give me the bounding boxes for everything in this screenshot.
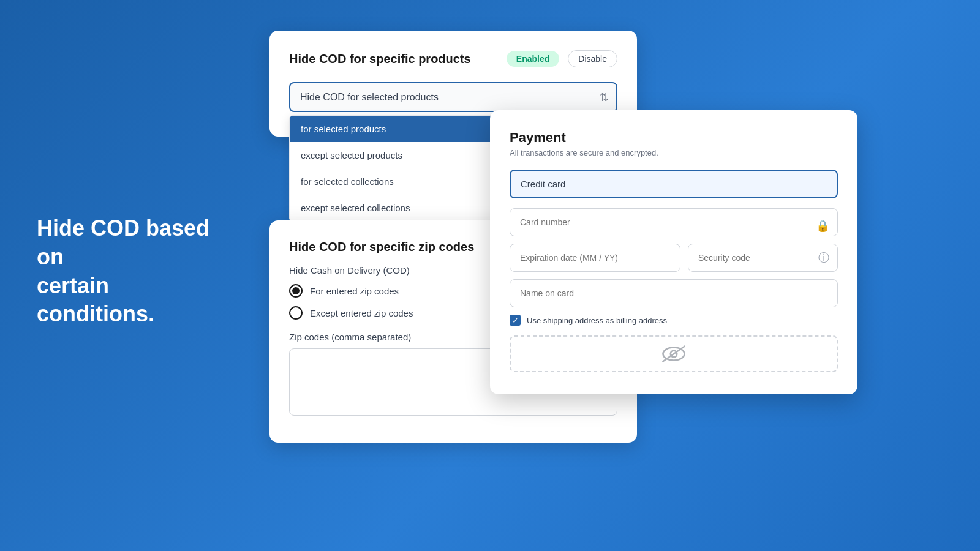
product-select-wrapper: Hide COD for selected products ⇅ for sel… <box>289 82 617 112</box>
product-select[interactable]: Hide COD for selected products <box>289 82 617 112</box>
radio-except-zip-outer <box>289 306 303 320</box>
security-wrapper: ⓘ <box>688 244 838 272</box>
dropdown-list: for selected products except selected pr… <box>289 115 516 222</box>
dropdown-item-except-products[interactable]: except selected products <box>290 142 515 168</box>
disable-button[interactable]: Disable <box>568 50 617 67</box>
radio-except-zip-label: Except entered zip codes <box>310 308 413 318</box>
expiry-input[interactable] <box>510 244 680 272</box>
radio-for-zip-inner <box>292 287 300 294</box>
card-number-input[interactable] <box>510 208 838 236</box>
billing-checkbox[interactable]: ✓ <box>510 315 521 326</box>
enabled-badge[interactable]: Enabled <box>507 51 559 67</box>
help-icon: ⓘ <box>818 250 829 265</box>
dropdown-item-selected-products[interactable]: for selected products <box>290 116 515 142</box>
hero-text: Hide COD based on certain conditions. <box>37 214 233 329</box>
security-input[interactable] <box>688 244 838 272</box>
billing-checkbox-label: Use shipping address as billing address <box>527 316 667 325</box>
name-on-card-input[interactable] <box>510 279 838 307</box>
hero-line1: Hide COD based on <box>37 216 209 269</box>
credit-card-tab[interactable]: Credit card <box>510 170 838 198</box>
checkmark-icon: ✓ <box>512 316 519 325</box>
card-products-header: Hide COD for specific products Enabled D… <box>289 50 617 67</box>
payment-card: Payment All transactions are secure and … <box>490 110 858 394</box>
payment-title: Payment <box>510 130 838 146</box>
card-number-wrapper: 🔒 <box>510 208 838 244</box>
radio-for-zip-outer <box>289 284 303 298</box>
lock-icon: 🔒 <box>816 219 829 233</box>
dropdown-item-except-collections[interactable]: except selected collections <box>290 195 515 221</box>
hero-line2: certain conditions. <box>37 273 154 327</box>
dropdown-item-selected-collections[interactable]: for selected collections <box>290 168 515 195</box>
radio-for-zip-label: For entered zip codes <box>310 286 399 296</box>
card-products-title: Hide COD for specific products <box>289 52 498 66</box>
billing-checkbox-row: ✓ Use shipping address as billing addres… <box>510 315 838 326</box>
expiry-security-row: ⓘ <box>510 244 838 272</box>
hidden-content-box <box>510 335 838 372</box>
eye-slash-icon <box>661 345 687 362</box>
payment-subtitle: All transactions are secure and encrypte… <box>510 148 838 157</box>
